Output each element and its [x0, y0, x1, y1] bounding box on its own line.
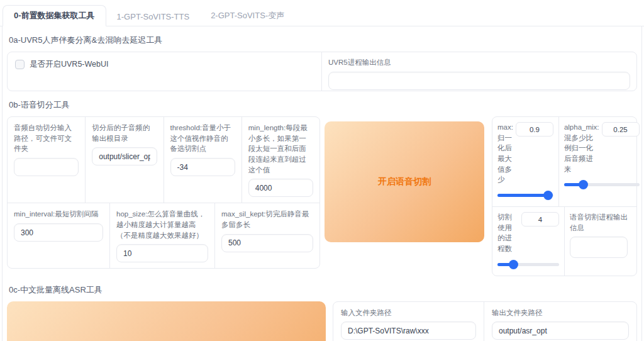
field-slice-output-dir: 切分后的子音频的输出根目录	[86, 117, 164, 203]
slicer-row: 音频自动切分输入路径，可文件可文件夹 切分后的子音频的输出根目录 thresho…	[7, 116, 637, 276]
max-number-input[interactable]	[516, 122, 553, 137]
min-length-input[interactable]	[248, 179, 313, 197]
uvr5-output-label: UVR5进程输出信息	[328, 57, 630, 68]
nprocess-slider-label: 切割使用的进程数	[497, 212, 519, 254]
asr-input-folder-label: 输入文件夹路径	[341, 308, 476, 318]
nprocess-number-input[interactable]	[521, 212, 559, 226]
uvr5-checkbox-cell: 是否开启UVR5-WebUI	[8, 52, 322, 91]
min-interval-input[interactable]	[14, 223, 103, 242]
nprocess-slider[interactable]	[497, 260, 559, 269]
max-sil-kept-label: max_sil_kept:切完后静音最多留多长	[221, 209, 313, 230]
alpha-mix-number-input[interactable]	[602, 122, 640, 137]
asr-right-column: 输入文件夹路径 输出文件夹路径 ASR 模型 达摩 ASR (中文)	[333, 301, 637, 341]
min-interval-label: min_interval:最短切割间隔	[14, 209, 103, 220]
asr-row: 开启离线批量ASR 输入文件夹路径 输出文件夹路径 ASR 模型 达摩 ASR …	[7, 301, 637, 341]
slicer-params-row-1: 音频自动切分输入路径，可文件可文件夹 切分后的子音频的输出根目录 thresho…	[8, 117, 319, 203]
slicer-output-textbox[interactable]	[570, 237, 628, 258]
field-threshold: threshold:音量小于这个值视作静音的备选切割点	[164, 117, 242, 203]
asr-input-folder-cell: 输入文件夹路径	[333, 302, 484, 341]
asr-paths-card: 输入文件夹路径 输出文件夹路径	[333, 301, 637, 341]
tab-gpt-sovits-voice-change[interactable]: 2-GPT-SoVITS-变声	[200, 6, 295, 26]
field-min-length: min_length:每段最小多长，如果第一段太短一直和后面段连起来直到超过这个…	[242, 117, 319, 203]
tab-content-panel: 0a-UVR5人声伴奏分离&去混响去延迟工具 是否开启UVR5-WebUI UV…	[2, 26, 642, 341]
threshold-label: threshold:音量小于这个值视作静音的备选切割点	[170, 123, 235, 154]
asr-input-folder-input[interactable]	[341, 321, 476, 340]
tab-dataset-tools[interactable]: 0-前置数据集获取工具	[3, 5, 106, 26]
slider-max-cell: max:归一化后最大值多少	[492, 117, 559, 206]
slice-output-dir-label: 切分后的子音频的输出根目录	[92, 123, 157, 143]
threshold-input[interactable]	[170, 158, 235, 176]
asr-output-folder-input[interactable]	[492, 321, 629, 340]
max-sil-kept-input[interactable]	[221, 234, 313, 252]
max-slider[interactable]	[497, 191, 553, 200]
min-length-label: min_length:每段最小多长，如果第一段太短一直和后面段连起来直到超过这个…	[248, 123, 313, 175]
uvr5-output-textbox[interactable]	[328, 72, 630, 90]
start-offline-batch-asr-button[interactable]: 开启离线批量ASR	[7, 301, 326, 341]
slicer-output-cell: 语音切割进程输出信息	[565, 207, 636, 276]
uvr5-checkbox-row[interactable]: 是否开启UVR5-WebUI	[15, 59, 314, 70]
alpha-mix-slider-label: alpha_mix:混多少比例归一化后音频进来	[564, 122, 599, 174]
field-min-interval: min_interval:最短切割间隔	[8, 203, 110, 268]
uvr5-webui-checkbox[interactable]	[15, 60, 25, 69]
field-slice-input-path: 音频自动切分输入路径，可文件可文件夹	[8, 117, 86, 203]
slider-nprocess-cell: 切割使用的进程数	[492, 207, 565, 276]
slice-input-path-label: 音频自动切分输入路径，可文件可文件夹	[14, 123, 79, 154]
hop-size-label: hop_size:怎么算音量曲线，越小精度越大计算量越高（不是精度越大效果越好）	[116, 209, 208, 240]
slicer-params-row-2: min_interval:最短切割间隔 hop_size:怎么算音量曲线，越小精…	[8, 203, 319, 268]
uvr5-checkbox-label: 是否开启UVR5-WebUI	[30, 59, 108, 70]
sliders-row-2: 切割使用的进程数 语音切割进程输出信息	[492, 207, 636, 276]
max-slider-handle[interactable]	[543, 191, 553, 200]
sliders-row-1: max:归一化后最大值多少 alpha_mix:混多少比例归一化后音频进来	[492, 117, 636, 207]
uvr5-card: 是否开启UVR5-WebUI UVR5进程输出信息	[7, 52, 637, 91]
section-title-slicer: 0b-语音切分工具	[9, 99, 637, 111]
uvr5-output-cell: UVR5进程输出信息	[322, 52, 636, 91]
field-max-sil-kept: max_sil_kept:切完后静音最多留多长	[215, 203, 319, 268]
nprocess-slider-handle[interactable]	[509, 260, 518, 269]
slicer-sliders-card: max:归一化后最大值多少 alpha_mix:混多少比例归一化后音频进来	[492, 116, 637, 276]
field-hop-size: hop_size:怎么算音量曲线，越小精度越大计算量越高（不是精度越大效果越好）	[110, 203, 215, 268]
slider-alpha-mix-cell: alpha_mix:混多少比例归一化后音频进来	[559, 117, 642, 206]
hop-size-input[interactable]	[116, 244, 208, 262]
max-slider-label: max:归一化后最大值多少	[497, 122, 513, 185]
alpha-mix-slider[interactable]	[564, 180, 640, 189]
alpha-mix-slider-handle[interactable]	[579, 180, 588, 189]
section-title-uvr5: 0a-UVR5人声伴奏分离&去混响去延迟工具	[9, 35, 637, 46]
slicer-params-card: 音频自动切分输入路径，可文件可文件夹 切分后的子音频的输出根目录 thresho…	[7, 116, 320, 269]
slice-output-dir-input[interactable]	[92, 147, 157, 165]
asr-output-folder-label: 输出文件夹路径	[492, 308, 629, 318]
slicer-output-label: 语音切割进程输出信息	[570, 212, 631, 233]
start-voice-slicing-button[interactable]: 开启语音切割	[325, 121, 484, 242]
slice-input-path-input[interactable]	[14, 158, 79, 176]
section-title-asr: 0c-中文批量离线ASR工具	[9, 284, 637, 296]
asr-output-folder-cell: 输出文件夹路径	[484, 302, 636, 341]
tab-gpt-sovits-tts[interactable]: 1-GPT-SoVITS-TTS	[106, 8, 201, 26]
tab-bar: 0-前置数据集获取工具 1-GPT-SoVITS-TTS 2-GPT-SoVIT…	[0, 0, 644, 26]
